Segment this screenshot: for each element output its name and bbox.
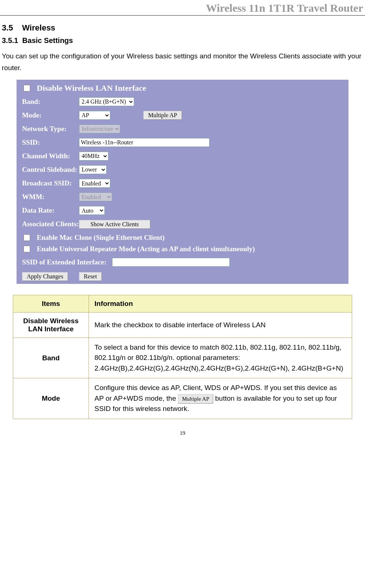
- associated-clients-label: Associated Clients:: [22, 220, 79, 229]
- section-heading: 3.5 Wireless: [2, 23, 363, 33]
- mode-label: Mode:: [22, 111, 79, 119]
- ssid-input[interactable]: [79, 138, 210, 147]
- page-number: 19: [0, 430, 365, 436]
- multiple-ap-inline-button: Multiple AP: [178, 394, 213, 404]
- data-rate-select[interactable]: Auto: [79, 206, 105, 215]
- router-config-panel: Disable Wireless LAN Interface Band: 2.4…: [17, 80, 348, 284]
- ssid-label: SSID:: [22, 138, 79, 147]
- table-info: To select a band for this device to matc…: [89, 338, 352, 378]
- network-type-label: Network Type:: [22, 125, 79, 133]
- table-item: Mode: [13, 378, 89, 419]
- table-row: Disable Wireless LAN Interface Mark the …: [13, 312, 352, 338]
- mac-clone-checkbox[interactable]: [24, 234, 30, 241]
- table-header-info: Information: [89, 295, 352, 312]
- page-header: Wireless 11n 1T1R Travel Router: [0, 0, 365, 16]
- broadcast-ssid-label: Broadcast SSID:: [22, 179, 79, 187]
- table-row: Band To select a band for this device to…: [13, 338, 352, 378]
- disable-wireless-label: Disable Wireless LAN Interface: [37, 83, 146, 93]
- apply-changes-button[interactable]: Apply Changes: [22, 272, 68, 281]
- show-active-clients-button[interactable]: Show Active Clients: [79, 220, 150, 229]
- table-item: Disable Wireless LAN Interface: [13, 312, 89, 338]
- table-info: Configure this device as AP, Client, WDS…: [89, 378, 352, 419]
- intro-text: You can set up the configuration of your…: [2, 50, 363, 74]
- reset-button[interactable]: Reset: [79, 272, 102, 281]
- disable-wireless-checkbox[interactable]: [24, 85, 30, 91]
- subsection-heading: 3.5.1 Basic Settings: [2, 36, 363, 45]
- channel-width-label: Channel Width:: [22, 152, 79, 160]
- multiple-ap-button[interactable]: Multiple AP: [143, 111, 182, 120]
- header-title: Wireless 11n 1T1R Travel Router: [206, 2, 363, 14]
- data-rate-label: Data Rate:: [22, 206, 79, 214]
- table-item: Band: [13, 338, 89, 378]
- control-sideband-label: Control Sideband:: [22, 165, 79, 174]
- table-header-items: Items: [13, 295, 89, 312]
- band-select[interactable]: 2.4 GHz (B+G+N): [79, 97, 134, 106]
- description-table: Items Information Disable Wireless LAN I…: [13, 295, 352, 419]
- extended-ssid-label: SSID of Extended Interface:: [22, 258, 107, 266]
- channel-width-select[interactable]: 40MHz: [79, 152, 108, 160]
- control-sideband-select[interactable]: Lower: [79, 165, 107, 174]
- wmm-label: WMM:: [22, 193, 79, 201]
- mode-select[interactable]: AP: [79, 111, 110, 120]
- network-type-select: Infrastructure: [79, 125, 120, 133]
- extended-ssid-input[interactable]: [112, 258, 230, 267]
- broadcast-ssid-select[interactable]: Enabled: [79, 179, 110, 188]
- table-info: Mark the checkbox to disable interface o…: [89, 312, 352, 338]
- universal-repeater-checkbox[interactable]: [24, 246, 30, 252]
- table-row: Mode Configure this device as AP, Client…: [13, 378, 352, 419]
- universal-repeater-label: Enable Universal Repeater Mode (Acting a…: [37, 245, 343, 253]
- mac-clone-label: Enable Mac Clone (Single Ethernet Client…: [37, 234, 343, 242]
- band-label: Band:: [22, 98, 79, 106]
- wmm-select: Enabled: [79, 192, 112, 201]
